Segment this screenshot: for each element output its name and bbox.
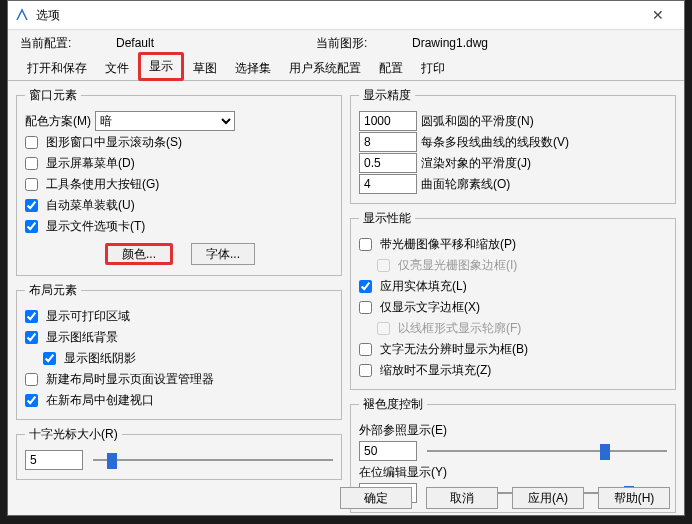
window-title: 选项 xyxy=(36,7,638,24)
lbl-create-viewport: 在新布局中创建视口 xyxy=(46,392,154,409)
close-button[interactable]: ✕ xyxy=(638,7,678,23)
tab-draft[interactable]: 草图 xyxy=(184,56,226,80)
titlebar: 选项 ✕ xyxy=(8,1,684,30)
chk-printable-area[interactable] xyxy=(25,310,38,323)
polyline-segments-input[interactable] xyxy=(359,132,417,152)
lbl-annotative-frame: 文字无法分辨时显示为框(B) xyxy=(380,341,528,358)
arc-smoothness-label: 圆弧和圆的平滑度(N) xyxy=(421,113,534,130)
inplace-fade-label: 在位编辑显示(Y) xyxy=(359,464,447,481)
lbl-pan-zoom-raster: 带光栅图像平移和缩放(P) xyxy=(380,236,516,253)
group-display-performance-title: 显示性能 xyxy=(359,210,415,227)
chk-file-tabs[interactable] xyxy=(25,220,38,233)
chk-pan-zoom-raster[interactable] xyxy=(359,238,372,251)
chk-page-setup-mgr[interactable] xyxy=(25,373,38,386)
group-layout-elements: 布局元素 显示可打印区域 显示图纸背景 显示图纸阴影 新建布局时显示页面设置管理… xyxy=(16,282,342,420)
lbl-file-tabs: 显示文件选项卡(T) xyxy=(46,218,145,235)
apply-button[interactable]: 应用(A) xyxy=(512,487,584,509)
lbl-show-outline-lineweight: 以线框形式显示轮廓(F) xyxy=(398,320,521,337)
group-window-elements: 窗口元素 配色方案(M) 暗 图形窗口中显示滚动条(S) 显示屏幕菜单(D) 工… xyxy=(16,87,342,276)
current-drawing-label: 当前图形: xyxy=(316,35,412,52)
lbl-solid-fill: 应用实体填充(L) xyxy=(380,278,467,295)
contour-lines-label: 曲面轮廓素线(O) xyxy=(421,176,510,193)
chk-large-buttons[interactable] xyxy=(25,178,38,191)
chk-paper-shadow[interactable] xyxy=(43,352,56,365)
help-button[interactable]: 帮助(H) xyxy=(598,487,670,509)
lbl-paper-bg: 显示图纸背景 xyxy=(46,329,118,346)
lbl-paper-shadow: 显示图纸阴影 xyxy=(64,350,136,367)
render-smoothness-input[interactable] xyxy=(359,153,417,173)
polyline-segments-label: 每条多段线曲线的线段数(V) xyxy=(421,134,569,151)
group-display-accuracy-title: 显示精度 xyxy=(359,87,415,104)
chk-create-viewport[interactable] xyxy=(25,394,38,407)
group-window-elements-title: 窗口元素 xyxy=(25,87,81,104)
fonts-button[interactable]: 字体... xyxy=(191,243,255,265)
tab-file[interactable]: 文件 xyxy=(96,56,138,80)
group-display-performance: 显示性能 带光栅图像平移和缩放(P) 仅亮显光栅图象边框(I) 应用实体填充(L… xyxy=(350,210,676,390)
group-layout-elements-title: 布局元素 xyxy=(25,282,81,299)
arc-smoothness-input[interactable] xyxy=(359,111,417,131)
chk-paper-bg[interactable] xyxy=(25,331,38,344)
tab-userpref[interactable]: 用户系统配置 xyxy=(280,56,370,80)
colors-button[interactable]: 颜色... xyxy=(105,243,173,265)
color-scheme-label: 配色方案(M) xyxy=(25,113,91,130)
lbl-printable-area: 显示可打印区域 xyxy=(46,308,130,325)
render-smoothness-label: 渲染对象的平滑度(J) xyxy=(421,155,531,172)
lbl-large-buttons: 工具条使用大按钮(G) xyxy=(46,176,159,193)
config-row: 当前配置: Default 当前图形: Drawing1.dwg xyxy=(8,30,684,54)
chk-auto-menu-load[interactable] xyxy=(25,199,38,212)
chk-annotative-frame[interactable] xyxy=(359,343,372,356)
lbl-page-setup-mgr: 新建布局时显示页面设置管理器 xyxy=(46,371,214,388)
chk-highlight-raster-frame xyxy=(377,259,390,272)
tab-open-save[interactable]: 打开和保存 xyxy=(18,56,96,80)
group-fade-control-title: 褪色度控制 xyxy=(359,396,427,413)
crosshair-size-input[interactable] xyxy=(25,450,83,470)
contour-lines-input[interactable] xyxy=(359,174,417,194)
lbl-text-frame-only: 仅显示文字边框(X) xyxy=(380,299,480,316)
tab-print[interactable]: 打印 xyxy=(412,56,454,80)
group-crosshair: 十字光标大小(R) xyxy=(16,426,342,480)
cancel-button[interactable]: 取消 xyxy=(426,487,498,509)
crosshair-slider[interactable] xyxy=(93,451,333,469)
tab-config[interactable]: 配置 xyxy=(370,56,412,80)
chk-no-fill-on-zoom[interactable] xyxy=(359,364,372,377)
dialog-footer: 确定 取消 应用(A) 帮助(H) xyxy=(8,487,684,509)
app-icon xyxy=(14,7,30,23)
current-profile-value: Default xyxy=(116,36,316,50)
chk-solid-fill[interactable] xyxy=(359,280,372,293)
lbl-no-fill-on-zoom: 缩放时不显示填充(Z) xyxy=(380,362,491,379)
lbl-auto-menu-load: 自动菜单装载(U) xyxy=(46,197,135,214)
ok-button[interactable]: 确定 xyxy=(340,487,412,509)
chk-show-outline-lineweight xyxy=(377,322,390,335)
lbl-screen-menu: 显示屏幕菜单(D) xyxy=(46,155,135,172)
chk-scrollbars[interactable] xyxy=(25,136,38,149)
group-crosshair-title: 十字光标大小(R) xyxy=(25,426,122,443)
xref-fade-label: 外部参照显示(E) xyxy=(359,422,447,439)
lbl-highlight-raster-frame: 仅亮显光栅图象边框(I) xyxy=(398,257,517,274)
color-scheme-select[interactable]: 暗 xyxy=(95,111,235,131)
chk-screen-menu[interactable] xyxy=(25,157,38,170)
tab-strip: 打开和保存 文件 显示 草图 选择集 用户系统配置 配置 打印 xyxy=(8,56,684,81)
current-profile-label: 当前配置: xyxy=(20,35,116,52)
chk-text-frame-only[interactable] xyxy=(359,301,372,314)
group-display-accuracy: 显示精度 圆弧和圆的平滑度(N) 每条多段线曲线的线段数(V) 渲染对象的平滑度… xyxy=(350,87,676,204)
lbl-scrollbars: 图形窗口中显示滚动条(S) xyxy=(46,134,182,151)
tab-selection[interactable]: 选择集 xyxy=(226,56,280,80)
tab-display[interactable]: 显示 xyxy=(138,52,184,81)
current-drawing-value: Drawing1.dwg xyxy=(412,36,612,50)
options-dialog: 选项 ✕ 当前配置: Default 当前图形: Drawing1.dwg 打开… xyxy=(7,0,685,516)
xref-fade-input[interactable] xyxy=(359,441,417,461)
xref-fade-slider[interactable] xyxy=(427,442,667,460)
